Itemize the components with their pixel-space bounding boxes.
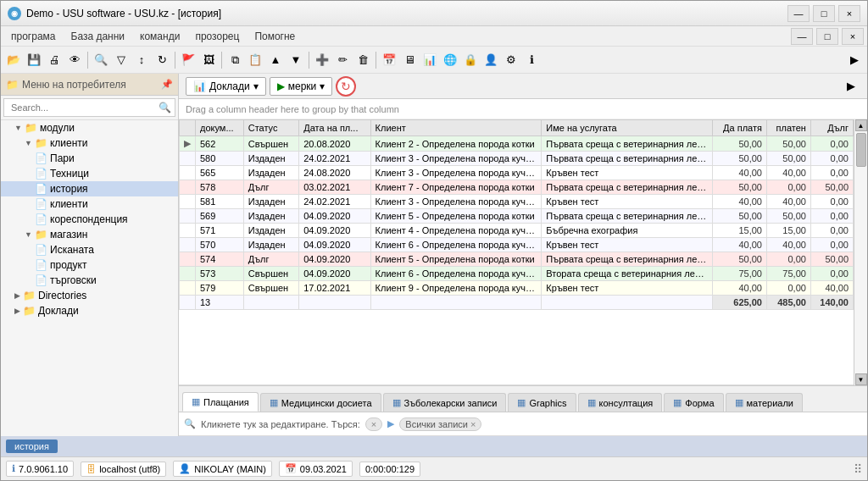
menu-pomogne[interactable]: Помогне [248,29,302,44]
cell-status: Свършен [243,136,299,152]
th-paid[interactable]: платен [766,120,810,136]
calendar-icon: 📅 [285,463,297,474]
sidebar-search-input[interactable] [8,101,159,114]
tab-forma[interactable]: ▦ Форма [664,393,723,412]
tab-konsultacia[interactable]: ▦ консултация [578,393,663,412]
tb-add[interactable]: ➕ [313,51,331,69]
tb-search[interactable]: 🔍 [92,51,110,69]
table-row[interactable]: 580 Издаден 24.02.2021 Клиент 3 - Опреде… [180,152,854,166]
sidebar-item-iskanata[interactable]: 📄 Исканата [1,242,178,257]
table-row[interactable]: 581 Издаден 24.02.2021 Клиент 3 - Опреде… [180,195,854,209]
th-debt[interactable]: Дълг [810,120,853,136]
cell-service: Втората среща с ветеринарния лекар [542,267,713,281]
vertical-scrollbar[interactable]: ▲ ▼ [854,119,867,385]
active-tab-indicator[interactable]: история [6,440,58,453]
sidebar-item-korespondencia[interactable]: 📄 кореспонденция [1,212,178,227]
tb-monitor[interactable]: 🖥 [400,51,419,69]
tb-paste[interactable]: 📋 [246,51,264,69]
menu-restore-button[interactable]: □ [816,28,838,45]
sidebar-item-turgovski[interactable]: 📄 търговски [1,273,178,288]
tb-image[interactable]: 🖼 [199,51,218,69]
th-dokum[interactable]: докум... [196,120,244,136]
table-row[interactable]: 571 Издаден 04.09.2020 Клиент 4 - Опреде… [180,224,854,238]
tb-lock[interactable]: 🔒 [461,51,480,69]
measures-button[interactable]: ▶ мерки ▾ [270,77,333,96]
menu-programa[interactable]: програма [4,29,63,44]
menu-komandi[interactable]: команди [133,29,186,44]
tb-settings[interactable]: ⚙ [502,51,520,69]
tb-flag[interactable]: 🚩 [179,51,198,69]
table-row[interactable]: 570 Издаден 04.09.2020 Клиент 6 - Опреде… [180,238,854,252]
tb-chart[interactable]: 📊 [420,51,439,69]
chip-x2[interactable]: × [470,419,476,429]
sidebar-item-klienti-folder[interactable]: ▼ 📁 клиенти [1,135,178,151]
tb-up[interactable]: ▲ [266,51,285,69]
content-right-arrow[interactable]: ▶ [842,77,860,96]
tab-plashtania[interactable]: ▦ Плащания [182,392,259,412]
minimize-button[interactable]: — [787,5,810,22]
table-row[interactable]: 579 Свършен 17.02.2021 Клиент 9 - Опреде… [180,281,854,296]
sidebar-item-klienti-leaf[interactable]: 📄 клиенти [1,196,178,212]
tab-materiali[interactable]: ▦ материали [726,393,803,412]
close-button[interactable]: × [838,5,860,22]
search-chip-all[interactable]: Всички записи × [399,417,481,431]
tb-calendar[interactable]: 📅 [380,51,398,69]
sidebar-item-directories[interactable]: ▶ 📁 Directories [1,288,178,303]
table-row[interactable]: 574 Дълг 04.09.2020 Клиент 5 - Определен… [180,252,854,267]
sidebar-item-magazin[interactable]: ▼ 📁 магазин [1,227,178,242]
sidebar-item-label: продукт [50,259,86,271]
menu-prozorec[interactable]: прозорец [188,29,246,44]
tb-preview[interactable]: 👁 [65,51,84,69]
tb-sort[interactable]: ↕ [132,51,151,69]
tb-filter[interactable]: ▽ [112,51,131,69]
row-indicator [180,238,196,252]
sidebar-item-istoria[interactable]: 📄 история [1,181,178,196]
table-row[interactable]: 569 Издаден 04.09.2020 Клиент 5 - Опреде… [180,209,854,224]
chip-x[interactable]: × [371,419,376,429]
th-date[interactable]: Дата на пл... [299,120,370,136]
th-client[interactable]: Клиент [370,120,542,136]
tab-medicinski[interactable]: ▦ Медицински досиета [260,393,381,412]
sidebar-item-moduli[interactable]: ▼ 📁 модули [1,120,178,135]
search-chip-filter[interactable]: × [365,417,382,431]
th-status[interactable]: Статус [243,120,299,136]
tb-down[interactable]: ▼ [287,51,305,69]
data-table-container[interactable]: докум... Статус Дата на пл... Клиент Име… [179,119,854,385]
tb-delete[interactable]: 🗑 [353,51,372,69]
folder-icon: 📁 [25,122,37,134]
reports-button[interactable]: 📊 Доклади ▾ [186,77,266,96]
th-due[interactable]: Да платя [713,120,767,136]
tb-edit[interactable]: ✏ [333,51,352,69]
tb-print[interactable]: 🖨 [45,51,64,69]
tab-zobolekarki[interactable]: ▦ Зъболекарски записи [383,393,507,412]
cell-debt: 0,00 [810,166,853,180]
table-row[interactable]: 573 Свършен 04.09.2020 Клиент 6 - Опреде… [180,267,854,281]
sidebar-item-pari[interactable]: 📄 Пари [1,151,178,166]
menu-minimize-button[interactable]: — [791,28,813,45]
table-row[interactable]: 565 Издаден 24.08.2020 Клиент 3 - Опреде… [180,166,854,180]
table-row[interactable]: ▶ 562 Свършен 20.08.2020 Клиент 2 - Опре… [180,136,854,152]
tb-save[interactable]: 💾 [25,51,43,69]
refresh-button[interactable]: ↻ [336,76,356,97]
th-service[interactable]: Име на услугата [542,120,713,136]
sidebar-item-label: Пари [50,152,75,164]
maximize-button[interactable]: □ [813,5,835,22]
menu-close-button[interactable]: × [842,28,864,45]
tb-refresh[interactable]: ↻ [153,51,171,69]
sidebar-item-dokladi[interactable]: ▶ 📁 Доклади [1,303,178,318]
sidebar-item-produkt[interactable]: 📄 продукт [1,257,178,273]
tb-copy[interactable]: ⧉ [225,51,244,69]
resize-grip[interactable]: ⠿ [854,462,862,476]
tb-globe[interactable]: 🌐 [441,51,459,69]
table-row[interactable]: 578 Дълг 03.02.2021 Клиент 7 - Определен… [180,180,854,195]
sep5 [376,52,376,69]
cell-status: Свършен [243,281,299,296]
tb-user[interactable]: 👤 [481,51,500,69]
tb-info[interactable]: ℹ [522,51,541,69]
sidebar-item-tehnici[interactable]: 📄 Техници [1,166,178,181]
menu-baza-danni[interactable]: База данни [64,29,132,44]
tb-open[interactable]: 📂 [4,51,23,69]
tab-graphics[interactable]: ▦ Graphics [508,393,576,412]
tb-right-arrow[interactable]: ▶ [845,51,864,69]
sidebar-pin-icon[interactable]: 📌 [161,79,173,90]
